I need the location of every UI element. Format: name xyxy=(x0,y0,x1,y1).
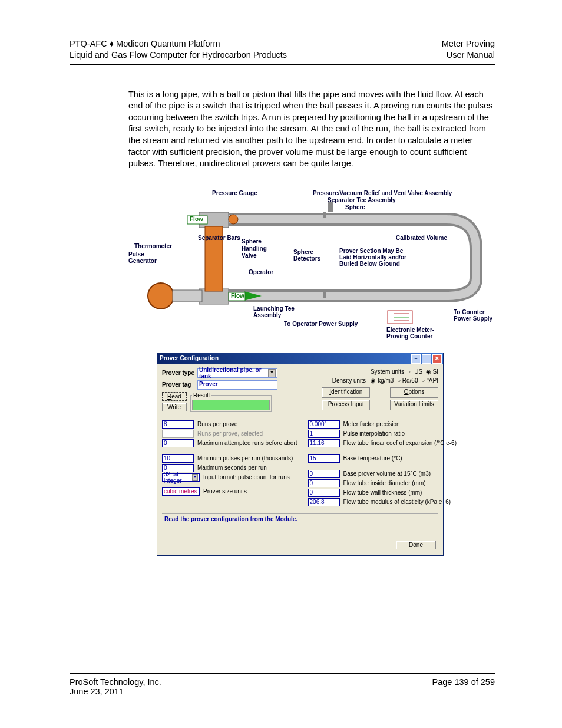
max-attempted-label: Maximum attempted runs before abort xyxy=(197,440,297,446)
header-right-1: Meter Proving xyxy=(442,38,495,50)
page-footer: ProSoft Technology, Inc. June 23, 2011 P… xyxy=(70,669,495,696)
body-paragraph: This is a long pipe, with a ball or pist… xyxy=(128,89,495,170)
lbl-toopps: To Operator Power Supply xyxy=(284,321,358,327)
lbl-handling: Handling xyxy=(242,245,267,252)
flow-coef-input[interactable]: 11.16 xyxy=(308,439,340,447)
lbl-section: Prover Section May Be Laid Horizontally … xyxy=(339,248,406,267)
lbl-septee: Separator Tee Assembly xyxy=(328,197,396,203)
lbl-operator: Operator xyxy=(249,269,273,275)
variation-limits-button[interactable]: Variation Limits xyxy=(390,400,438,410)
result-fieldset: Result xyxy=(190,392,272,412)
prover-type-label: Prover type xyxy=(162,370,197,376)
header-rule xyxy=(70,64,495,65)
base-vol-input[interactable]: 0 xyxy=(308,470,340,478)
status-bar: Read the prover configuration from the M… xyxy=(162,513,438,538)
prover-size-label: Prover size units xyxy=(203,488,247,495)
meter-factor-label: Meter factor precision xyxy=(343,421,400,427)
lbl-launch: Launching Tee Assembly xyxy=(253,305,295,318)
min-pulses-label: Minimum pulses per run (thousands) xyxy=(197,455,293,462)
lbl-sdet: Sphere Detectors xyxy=(293,249,320,262)
lbl-valve: Valve xyxy=(242,252,257,259)
lbl-sphere: Sphere xyxy=(345,204,365,210)
radio-rd60[interactable]: ○ Rd/60 xyxy=(397,377,418,384)
svg-rect-4 xyxy=(173,290,202,302)
footer-date: June 23, 2011 xyxy=(70,687,161,696)
runs-per-prove-label: Runs per prove xyxy=(197,421,237,427)
options-button[interactable]: Options xyxy=(390,387,438,398)
radio-kgm3[interactable]: ◉ kg/m3 xyxy=(371,377,394,384)
maximize-icon[interactable]: □ xyxy=(422,354,431,364)
svg-rect-7 xyxy=(323,292,326,298)
dialog-titlebar[interactable]: Prover Configuration – □ ✕ xyxy=(157,353,443,364)
footer-rule xyxy=(70,673,495,674)
prover-tag-label: Prover tag xyxy=(162,381,197,388)
max-attempted-input[interactable]: 0 xyxy=(162,439,194,447)
base-vol-label: Base prover volume at 15°C (m3) xyxy=(343,470,431,477)
process-input-button[interactable]: Process Input xyxy=(322,400,370,410)
prover-config-dialog: Prover Configuration – □ ✕ Prover type U… xyxy=(157,353,444,556)
density-units-label: Density units xyxy=(332,377,366,384)
footer-page: Page 139 of 259 xyxy=(432,677,495,696)
section-rule xyxy=(128,85,199,85)
max-seconds-label: Maximum seconds per run xyxy=(197,465,267,471)
chevron-down-icon[interactable]: ▼ xyxy=(268,369,276,377)
lbl-sepbars: Separator Bars xyxy=(198,235,240,241)
lbl-pressure-gauge: Pressure Gauge xyxy=(212,190,257,196)
prover-size-input[interactable]: cubic metres xyxy=(162,487,200,496)
chevron-down-icon[interactable]: ▼ xyxy=(192,474,198,481)
dialog-title: Prover Configuration xyxy=(160,355,219,361)
input-format-select[interactable]: 32-bit integer▼ xyxy=(162,473,200,482)
svg-point-5 xyxy=(229,215,238,224)
result-legend: Result xyxy=(192,392,211,398)
footer-company: ProSoft Technology, Inc. xyxy=(70,677,161,687)
pulse-interp-input[interactable]: 1 xyxy=(308,430,340,438)
flow-wt-input[interactable]: 0 xyxy=(308,489,340,497)
meter-factor-input[interactable]: 0.0001 xyxy=(308,420,340,429)
minimize-icon[interactable]: – xyxy=(411,354,421,364)
prover-type-select[interactable]: Unidirectional pipe, or tank ▼ xyxy=(197,368,277,378)
header-left-1: PTQ-AFC ♦ Modicon Quantum Platform xyxy=(70,38,287,50)
radio-si[interactable]: ◉ SI xyxy=(426,368,438,375)
runs-per-prove-input[interactable]: 8 xyxy=(162,420,194,429)
header-left-2: Liquid and Gas Flow Computer for Hydroca… xyxy=(70,50,287,61)
min-pulses-input[interactable]: 10 xyxy=(162,454,194,463)
lbl-thermo: Thermometer xyxy=(134,243,172,249)
svg-point-3 xyxy=(148,283,174,309)
identification-button[interactable]: IIdentificationdentification xyxy=(322,387,370,398)
flow-mod-input[interactable]: 206.8 xyxy=(308,498,340,506)
flow-id-input[interactable]: 0 xyxy=(308,479,340,487)
base-temp-label: Base temperature (°C) xyxy=(343,455,402,462)
lbl-pulsegen: Pulse Generator xyxy=(128,251,157,264)
close-icon[interactable]: ✕ xyxy=(432,354,442,364)
lbl-flow: Flow xyxy=(190,216,203,222)
flow-coef-label: Flow tube linear coef of expansion (/°C … xyxy=(343,440,457,446)
prover-diagram: Pressure Gauge Pressure/Vacuum Relief an… xyxy=(128,190,494,343)
flow-id-label: Flow tube inside diameter (mm) xyxy=(343,480,426,486)
lbl-flow2: Flow xyxy=(231,292,244,299)
header-right-2: User Manual xyxy=(442,50,495,61)
system-units-label: System units xyxy=(371,368,404,375)
flow-mod-label: Flow tube modulus of elasticity (kPa e+6… xyxy=(343,499,451,505)
base-temp-input[interactable]: 15 xyxy=(308,454,340,463)
runs-selected-label: Runs per prove, selected xyxy=(197,430,263,437)
radio-us[interactable]: ○ US xyxy=(409,368,422,375)
read-button[interactable]: RReadead xyxy=(162,392,187,401)
lbl-tocounter: To Counter Power Supply xyxy=(454,309,492,322)
lbl-calvol: Calibrated Volume xyxy=(396,235,447,241)
runs-selected-input xyxy=(162,430,194,438)
radio-api[interactable]: ○ °API xyxy=(421,377,438,384)
lbl-sphere2: Sphere xyxy=(242,238,262,245)
page-header: PTQ-AFC ♦ Modicon Quantum Platform Liqui… xyxy=(70,38,495,61)
input-format-label: Input format: pulse count for runs xyxy=(203,474,290,480)
done-button[interactable]: Done xyxy=(396,541,436,549)
lbl-emeter: Electronic Meter- Proving Counter xyxy=(386,327,434,340)
lbl-relief: Pressure/Vacuum Relief and Vent Valve As… xyxy=(313,190,452,196)
prover-tag-input[interactable]: Prover xyxy=(197,380,277,390)
flow-wt-label: Flow tube wall thickness (mm) xyxy=(343,489,422,496)
svg-rect-6 xyxy=(323,212,326,218)
result-box xyxy=(192,400,270,410)
pulse-interp-label: Pulse interpolation ratio xyxy=(343,430,405,437)
write-button[interactable]: Write xyxy=(162,403,187,411)
prover-type-value: Unidirectional pipe, or tank xyxy=(199,367,268,380)
